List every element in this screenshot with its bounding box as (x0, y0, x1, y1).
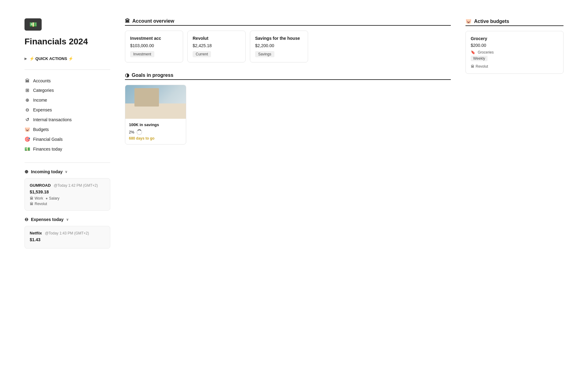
account-type-2: Savings (255, 51, 274, 57)
expense-time: @Today 1:43 PM (GMT+2) (45, 231, 89, 235)
page: 💵 Financials 2024 ▶ ⚡ QUICK ACTIONS ⚡ 🏛 … (0, 0, 588, 367)
budgets-icon: 🐷 (466, 18, 472, 24)
app-icon: 💵 (24, 18, 42, 31)
account-overview-title: 🏛 Account overview (125, 18, 451, 24)
center-column: 🏛 Account overview Investment acc $103,0… (125, 18, 451, 144)
target-icon: 🎯 (24, 137, 30, 142)
expenses-today-chevron: ∨ (66, 218, 69, 222)
incoming-today-label: Incoming today (31, 169, 62, 174)
transaction-name: GUMROAD (30, 183, 51, 188)
sidebar-item-categories[interactable]: ⊞ Categories (24, 85, 110, 95)
transaction-amount: $1,539.18 (30, 189, 105, 194)
bank-label: Revolut (35, 202, 47, 206)
plus-circle-icon: ⊕ (24, 97, 30, 103)
sidebar: 💵 Financials 2024 ▶ ⚡ QUICK ACTIONS ⚡ 🏛 … (24, 18, 110, 252)
sidebar-item-internal-transactions-label: Internal transactions (33, 117, 72, 122)
nav-list: 🏛 Accounts ⊞ Categories ⊕ Income ⊖ Expen… (24, 76, 110, 154)
sidebar-item-budgets[interactable]: 🐷 Budgets (24, 125, 110, 134)
budget-card-0[interactable]: Grocery $200.00 🔖 Groceries Weekly 🏛 (466, 31, 564, 74)
quick-actions-label: ⚡ QUICK ACTIONS ⚡ (29, 56, 73, 61)
money-icon: 💵 (24, 146, 30, 152)
incoming-today-plus-icon: ⊕ (24, 169, 28, 174)
transaction-time: @Today 1:42 PM (GMT+2) (54, 183, 98, 188)
account-balance-0: $103,000.00 (130, 43, 178, 48)
account-type-1: Current (193, 51, 211, 57)
goal-name-0: 100K in savings (129, 122, 182, 127)
account-card-2[interactable]: Savings for the house $2,200.00 Savings (250, 31, 308, 62)
piggy-bank-icon: 🐷 (24, 127, 30, 132)
grid-icon: ⊞ (24, 88, 30, 93)
goal-progress-0: 2% (129, 129, 182, 135)
columns-layout: 🏛 Account overview Investment acc $103,0… (125, 18, 564, 144)
transaction-tags: 🏛 Work ● Salary (30, 196, 105, 200)
expenses-today-toggle[interactable]: ⊖ Expenses today ∨ (24, 217, 110, 222)
account-overview-icon: 🏛 (125, 18, 130, 24)
category-icon: 🔖 (471, 50, 475, 54)
expense-transaction-0[interactable]: Netflix @Today 1:43 PM (GMT+2) $1.43 (24, 226, 110, 249)
goals-label: Goals in progress (132, 73, 173, 78)
budget-name-0: Grocery (471, 36, 558, 41)
main-content: 🏛 Account overview Investment acc $103,0… (125, 18, 564, 252)
budget-amount-0: $200.00 (471, 43, 558, 48)
account-cards: Investment acc $103,000.00 Investment Re… (125, 31, 451, 62)
sidebar-item-financial-goals-label: Financial Goals (33, 137, 63, 142)
active-budgets-title: 🐷 Active budgets (466, 18, 564, 24)
account-overview-section: 🏛 Account overview Investment acc $103,0… (125, 18, 451, 62)
sidebar-item-expenses[interactable]: ⊖ Expenses (24, 105, 110, 115)
sidebar-item-budgets-label: Budgets (33, 127, 49, 132)
sidebar-item-internal-transactions[interactable]: ↺ Internal transactions (24, 115, 110, 125)
goal-card-0[interactable]: 100K in savings 2% 680 days to go (125, 85, 186, 144)
account-card-0[interactable]: Investment acc $103,000.00 Investment (125, 31, 183, 62)
active-budgets-section: 🐷 Active budgets Grocery $200.00 🔖 Groce… (466, 18, 564, 74)
expenses-today-minus-icon: ⊖ (24, 217, 28, 222)
app-icon-symbol: 💵 (29, 21, 37, 28)
tag-work-label: Work (35, 196, 43, 200)
tag-work: 🏛 Work (30, 196, 43, 200)
quick-actions-toggle[interactable]: ▶ ⚡ QUICK ACTIONS ⚡ (24, 56, 110, 61)
account-overview-label: Account overview (132, 18, 174, 24)
sidebar-item-categories-label: Categories (33, 88, 54, 93)
minus-circle-icon: ⊖ (24, 107, 30, 113)
incoming-transaction-0[interactable]: GUMROAD @Today 1:42 PM (GMT+2) $1,539.18… (24, 178, 110, 211)
goal-body-0: 100K in savings 2% 680 days to go (125, 119, 186, 144)
budget-bank-label: Revolut (476, 64, 488, 69)
budget-period: Weekly (471, 56, 488, 61)
goal-days-0: 680 days to go (129, 136, 182, 140)
budget-category: Groceries (478, 50, 494, 54)
account-name-1: Revolut (193, 36, 240, 41)
goals-section: ◑ Goals in progress 100K in savings (125, 72, 451, 144)
budget-bank-icon: 🏛 (471, 64, 474, 69)
tag-salary-label: Salary (49, 196, 59, 200)
expense-amount: $1.43 (30, 237, 105, 242)
account-balance-2: $2,200.00 (255, 43, 303, 48)
goal-progress-percent: 2% (129, 130, 134, 134)
sidebar-item-income[interactable]: ⊕ Income (24, 95, 110, 105)
sidebar-item-finances-today[interactable]: 💵 Finances today (24, 144, 110, 154)
account-name-0: Investment acc (130, 36, 178, 41)
right-column: 🐷 Active budgets Grocery $200.00 🔖 Groce… (466, 18, 564, 144)
incoming-today-toggle[interactable]: ⊕ Incoming today ∨ (24, 169, 110, 174)
bank-icon-small: 🏛 (30, 202, 33, 206)
progress-circle-icon (137, 129, 142, 135)
transfer-icon: ↺ (24, 117, 30, 122)
sidebar-item-income-label: Income (33, 98, 47, 103)
incoming-today-chevron: ∨ (65, 170, 67, 174)
sidebar-item-expenses-label: Expenses (33, 107, 52, 112)
active-budgets-label: Active budgets (474, 19, 509, 24)
expenses-today-section: ⊖ Expenses today ∨ Netflix @Today 1:43 P… (24, 217, 110, 249)
account-type-0: Investment (130, 51, 154, 57)
account-overview-underline (125, 25, 451, 26)
sidebar-item-financial-goals[interactable]: 🎯 Financial Goals (24, 134, 110, 144)
transaction-bank: 🏛 Revolut (30, 202, 105, 206)
bank-icon: 🏛 (24, 78, 30, 83)
sidebar-bottom-divider (24, 163, 110, 163)
expenses-today-label: Expenses today (31, 217, 64, 222)
quick-actions-arrow: ▶ (24, 57, 27, 60)
goal-image-0 (125, 85, 186, 119)
budget-bank: 🏛 Revolut (471, 64, 558, 69)
account-balance-1: $2,425.18 (193, 43, 240, 48)
sidebar-item-accounts[interactable]: 🏛 Accounts (24, 76, 110, 85)
budgets-underline (466, 25, 564, 26)
incoming-today-section: ⊕ Incoming today ∨ GUMROAD @Today 1:42 P… (24, 169, 110, 211)
account-card-1[interactable]: Revolut $2,425.18 Current (187, 31, 246, 62)
